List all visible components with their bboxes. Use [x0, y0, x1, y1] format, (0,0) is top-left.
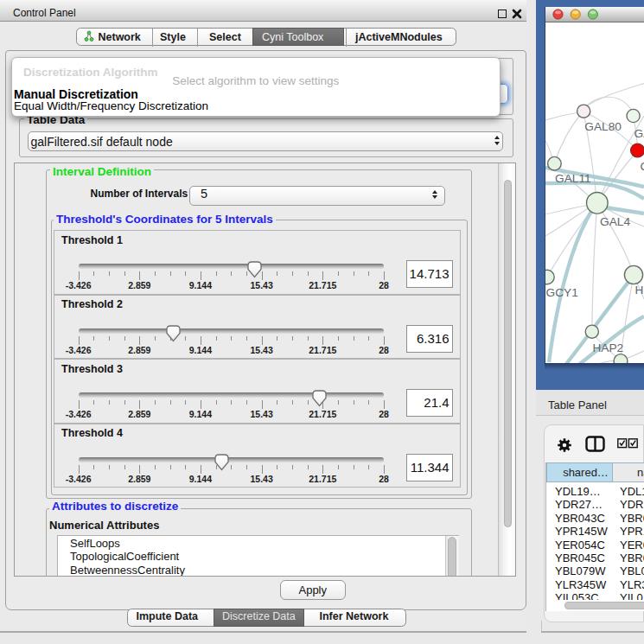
svg-text:GAL11: GAL11 [555, 173, 591, 186]
svg-text:GAL80: GAL80 [584, 120, 622, 133]
svg-text:H: H [635, 284, 644, 297]
svg-text:GAL4: GAL4 [600, 215, 630, 228]
svg-text:GCY1: GCY1 [546, 286, 578, 299]
svg-text:C: C [641, 161, 644, 174]
svg-text:GA: GA [634, 127, 644, 140]
svg-text:HAP2: HAP2 [592, 341, 623, 354]
